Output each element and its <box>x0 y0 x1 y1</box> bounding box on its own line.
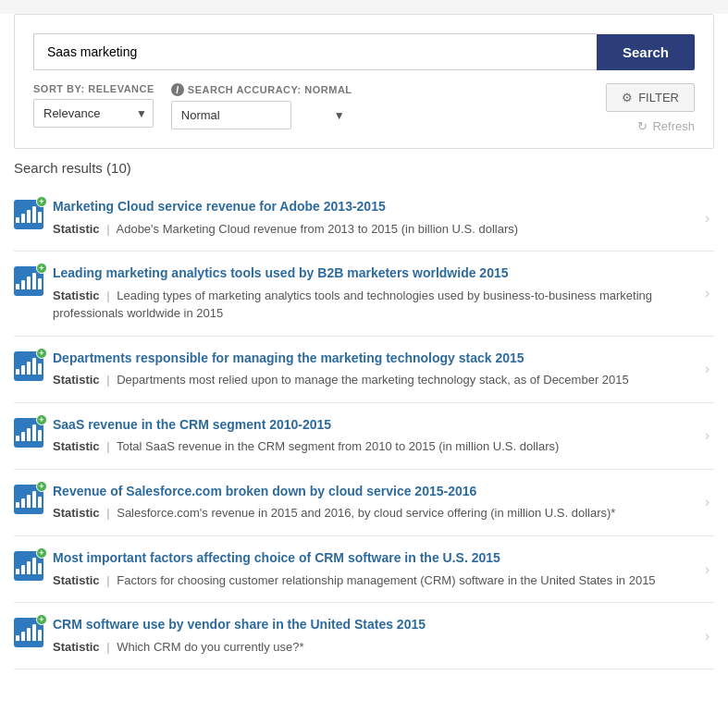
chart-bar-icon <box>16 217 19 223</box>
result-type-icon: + <box>14 485 43 514</box>
chart-bar-icon <box>38 430 42 441</box>
chart-bar-icon <box>16 635 19 641</box>
result-title[interactable]: Leading marketing analytics tools used b… <box>53 264 696 283</box>
result-title[interactable]: Revenue of Salesforce.com broken down by… <box>53 483 696 501</box>
result-item: + CRM software use by vendor share in th… <box>14 603 714 670</box>
results-list: + Marketing Cloud service revenue for Ad… <box>14 185 714 670</box>
chart-bar-icon <box>32 206 36 223</box>
result-meta: Statistic | Leading types of marketing a… <box>53 287 696 323</box>
refresh-button[interactable]: ↻ Refresh <box>637 119 695 133</box>
result-description: Salesforce.com's revenue in 2015 and 201… <box>117 506 615 520</box>
search-row: Search <box>33 33 695 70</box>
sort-label: SORT BY: RELEVANCE <box>33 83 154 94</box>
accuracy-label: i SEARCH ACCURACY: NORMAL <box>171 83 352 96</box>
chart-bar-icon <box>21 214 25 223</box>
pipe-separator: | <box>106 506 109 520</box>
chart-bar-icon <box>38 497 42 508</box>
result-type-label: Statistic <box>53 222 100 236</box>
chart-bars-icon <box>16 491 42 508</box>
results-count: Search results (10) <box>14 160 714 176</box>
chart-bar-icon <box>32 273 36 289</box>
plus-badge-icon: + <box>36 481 47 492</box>
chart-bar-icon <box>38 212 42 223</box>
pipe-separator: | <box>106 373 109 387</box>
result-item: + SaaS revenue in the CRM segment 2010-2… <box>14 403 714 470</box>
result-title[interactable]: CRM software use by vendor share in the … <box>53 616 696 634</box>
result-type-icon: + <box>14 618 43 647</box>
result-type-label: Statistic <box>53 506 100 520</box>
chart-bar-icon <box>27 276 31 289</box>
result-description: Adobe's Marketing Cloud revenue from 201… <box>117 222 519 236</box>
pipe-separator: | <box>106 573 109 587</box>
chart-bars-icon <box>16 424 42 441</box>
chart-bars-icon <box>16 624 42 641</box>
sort-select-wrapper: Relevance Date Title ▼ <box>33 99 154 128</box>
filter-row: SORT BY: RELEVANCE Relevance Date Title … <box>33 83 695 133</box>
plus-badge-icon: + <box>36 263 47 274</box>
result-title[interactable]: Departments responsible for managing the… <box>53 350 696 368</box>
result-type-label: Statistic <box>53 573 100 587</box>
chart-bar-icon <box>16 369 19 375</box>
chart-bar-icon <box>27 210 31 223</box>
result-title[interactable]: Marketing Cloud service revenue for Adob… <box>53 198 696 216</box>
accuracy-group: i SEARCH ACCURACY: NORMAL Normal High Lo… <box>171 83 352 129</box>
chart-bar-icon <box>32 558 36 574</box>
result-side: › <box>705 416 714 456</box>
result-description: Factors for choosing customer relationsh… <box>117 573 655 587</box>
gear-icon: ⚙ <box>622 91 633 104</box>
result-content: Revenue of Salesforce.com broken down by… <box>53 483 696 522</box>
result-content: Leading marketing analytics tools used b… <box>53 264 696 323</box>
chevron-right-icon: › <box>705 427 709 444</box>
filter-left: SORT BY: RELEVANCE Relevance Date Title … <box>33 83 352 129</box>
chevron-right-icon: › <box>705 361 709 377</box>
chart-bar-icon <box>16 436 19 441</box>
result-meta: Statistic | Factors for choosing custome… <box>53 571 696 590</box>
chevron-right-icon: › <box>705 561 709 578</box>
result-item: + Revenue of Salesforce.com broken down … <box>14 470 714 536</box>
plus-badge-icon: + <box>36 196 47 207</box>
chart-bar-icon <box>27 428 31 441</box>
chart-bar-icon <box>38 630 42 641</box>
chart-bar-icon <box>38 563 42 574</box>
plus-badge-icon: + <box>36 414 47 425</box>
result-content: CRM software use by vendor share in the … <box>53 616 696 656</box>
filter-button[interactable]: ⚙ FILTER <box>606 83 695 112</box>
chart-bar-icon <box>38 363 42 375</box>
chart-bar-icon <box>16 569 19 574</box>
result-content: Marketing Cloud service revenue for Adob… <box>53 198 696 238</box>
chart-bar-icon <box>32 358 36 375</box>
search-area: Search SORT BY: RELEVANCE Relevance Date… <box>14 14 714 149</box>
chart-bar-icon <box>32 624 36 641</box>
result-title[interactable]: SaaS revenue in the CRM segment 2010-201… <box>53 416 696 435</box>
info-icon: i <box>171 83 184 96</box>
result-side: › <box>705 483 714 522</box>
result-title[interactable]: Most important factors affecting choice … <box>53 549 696 568</box>
pipe-separator: | <box>106 439 109 453</box>
accuracy-select-wrapper: Normal High Low ▼ <box>171 101 352 129</box>
result-description: Which CRM do you currently use?* <box>117 640 303 654</box>
result-description: Total SaaS revenue in the CRM segment fr… <box>117 439 559 453</box>
search-input[interactable] <box>33 33 597 70</box>
result-type-icon: + <box>14 418 43 448</box>
pipe-separator: | <box>106 289 109 302</box>
result-meta: Statistic | Total SaaS revenue in the CR… <box>53 437 696 456</box>
chart-bar-icon <box>21 565 25 574</box>
search-button[interactable]: Search <box>597 34 695 70</box>
accuracy-select[interactable]: Normal High Low <box>171 101 291 129</box>
chart-bar-icon <box>27 495 31 508</box>
chart-bar-icon <box>21 632 25 641</box>
sort-select[interactable]: Relevance Date Title <box>33 99 154 128</box>
chart-bar-icon <box>16 284 19 289</box>
result-type-icon: + <box>14 551 43 581</box>
result-type-icon: + <box>14 266 43 296</box>
results-area: Search results (10) + Marketing Cloud se… <box>0 149 728 670</box>
chart-bars-icon <box>16 358 42 375</box>
result-meta: Statistic | Departments most relied upon… <box>53 371 696 389</box>
chart-bar-icon <box>32 424 36 441</box>
chart-bar-icon <box>21 365 25 375</box>
chart-bars-icon <box>16 206 42 223</box>
chart-bar-icon <box>32 491 36 508</box>
chart-bar-icon <box>21 280 25 289</box>
chart-bar-icon <box>21 432 25 441</box>
result-description: Departments most relied upon to manage t… <box>117 373 629 387</box>
